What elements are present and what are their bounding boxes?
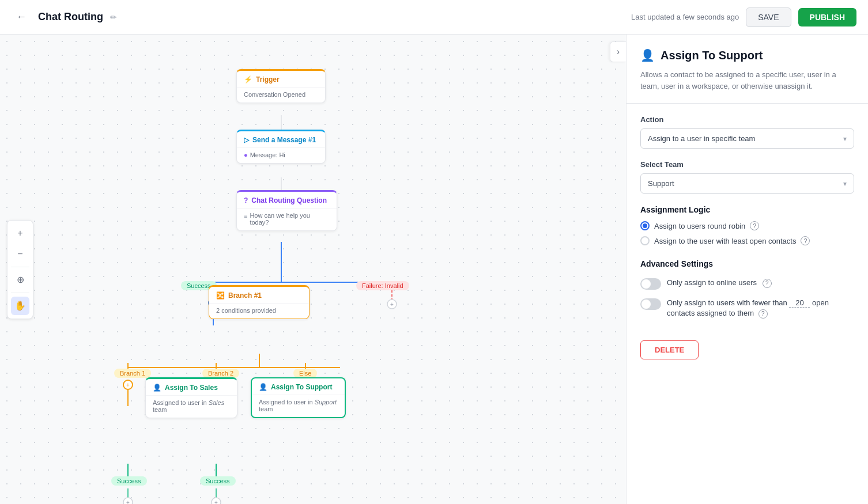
trigger-node-header: ⚡ Trigger	[237, 71, 325, 88]
action-select[interactable]: Assign to a user in specific team ▾	[640, 128, 854, 149]
failure-badge: Failure: Invalid	[356, 280, 409, 290]
assign-sales-icon: 👤	[153, 384, 161, 392]
toggle-online-users-label: Only assign to online users	[667, 278, 757, 287]
select-team-value: Support	[648, 179, 674, 188]
radio-row-least-open[interactable]: Assign to the user with least open conta…	[640, 236, 854, 245]
toggle2-help-icon[interactable]: ?	[758, 309, 768, 319]
message-node-header: ▷ Send a Message #1	[237, 131, 325, 148]
action-label: Action	[640, 115, 854, 124]
toggle1-help-icon[interactable]: ?	[763, 279, 772, 288]
toggle-online-users[interactable]	[640, 278, 661, 290]
select-team-select[interactable]: Support ▾	[640, 173, 854, 194]
svg-text:+: +	[126, 499, 130, 504]
assign-sales-label: Assign To Sales	[165, 384, 218, 392]
svg-point-34	[212, 498, 221, 504]
assign-sales-body: Assigned to user in Sales team	[146, 396, 237, 418]
trigger-node[interactable]: ⚡ Trigger Conversation Opened	[236, 69, 326, 103]
header-right: Last updated a few seconds ago SAVE PUBL…	[631, 7, 856, 27]
panel-icon: 👤	[640, 48, 655, 62]
toggle-fewer-contacts-thumb	[641, 300, 651, 309]
branch1-badge: Branch 1	[114, 367, 151, 378]
toggle-fewer-contacts[interactable]	[640, 298, 661, 310]
branch2-badge: Branch 2	[202, 367, 239, 378]
question-node-header: ? Chat Routing Question	[237, 192, 337, 209]
assign-sales-text: Assigned to user in Sales team	[153, 399, 224, 413]
svg-text:+: +	[214, 499, 218, 504]
zoom-out-button[interactable]: −	[11, 245, 29, 263]
right-panel: 👤 Assign To Support Allows a contact to …	[626, 35, 868, 504]
save-button[interactable]: SAVE	[746, 7, 791, 27]
radio-round-robin-label: Assign to users round robin	[654, 222, 745, 230]
assign-sales-header: 👤 Assign To Sales	[146, 379, 237, 396]
routing-question-node[interactable]: ? Chat Routing Question ≡ How can we hel…	[236, 190, 337, 231]
toggle-online-users-text: Only assign to online users ?	[667, 278, 772, 288]
branch-body: 2 conditions provided	[209, 304, 309, 319]
main-layout: + − ⊕ ✋ › + +	[0, 35, 868, 504]
branch-icon: 🔀	[216, 291, 225, 300]
zoom-in-button[interactable]: +	[11, 224, 29, 242]
radio2-help-icon[interactable]: ?	[801, 236, 810, 245]
select-team-label: Select Team	[640, 160, 854, 169]
select-team-arrow: ▾	[843, 180, 847, 188]
header: ← Chat Routing ✏ Last updated a few seco…	[0, 0, 868, 35]
toggle-fewer-contacts-text: Only assign to users with fewer than ope…	[667, 298, 854, 319]
toolbar-divider	[11, 267, 29, 267]
publish-button[interactable]: PUBLISH	[798, 8, 856, 26]
message-label: Send a Message #1	[252, 136, 316, 144]
message-text: Message: Hi	[250, 151, 285, 158]
action-value: Assign to a user in specific team	[648, 134, 755, 143]
assign-sales-node[interactable]: 👤 Assign To Sales Assigned to user in Sa…	[145, 377, 237, 418]
assignment-logic-title: Assignment Logic	[640, 205, 854, 214]
panel-title-row: 👤 Assign To Support	[640, 48, 854, 62]
action-select-arrow: ▾	[843, 135, 847, 143]
trigger-icon: ⚡	[244, 75, 252, 84]
success1-badge: Success	[111, 475, 147, 486]
radio-least-open-label: Assign to the user with least open conta…	[654, 237, 796, 245]
delete-button[interactable]: DELETE	[640, 340, 699, 359]
assign-support-label: Assign To Support	[271, 383, 332, 391]
branch-node-header: 🔀 Branch #1	[209, 287, 309, 304]
send-message-node[interactable]: ▷ Send a Message #1 ● Message: Hi	[236, 130, 326, 164]
message-body: ● Message: Hi	[237, 148, 325, 163]
canvas-toolbar: + − ⊕ ✋	[7, 220, 33, 319]
panel-divider	[627, 103, 868, 104]
header-left: ← Chat Routing ✏	[12, 9, 117, 25]
svg-point-31	[123, 498, 133, 504]
radio-round-robin[interactable]	[640, 221, 650, 230]
open-contacts-input[interactable]	[789, 298, 810, 308]
else-badge: Else	[293, 367, 317, 378]
svg-text:+: +	[126, 382, 130, 388]
toggle-fewer-contacts-row: Only assign to users with fewer than ope…	[640, 298, 854, 319]
message-icon-bubble: ●	[244, 151, 248, 158]
fit-button[interactable]: ⊕	[11, 271, 29, 289]
assign-support-header: 👤 Assign To Support	[252, 378, 345, 395]
edit-icon[interactable]: ✏	[110, 13, 117, 22]
radio-least-open[interactable]	[640, 236, 650, 245]
assign-support-body: Assigned to user in Support team	[252, 395, 345, 417]
back-button[interactable]: ←	[12, 9, 31, 25]
flow-canvas: + + + +	[35, 63, 553, 504]
question-body: ≡ How can we help you today?	[237, 209, 337, 230]
trigger-label: Trigger	[256, 75, 280, 84]
collapse-panel-button[interactable]: ›	[610, 41, 626, 62]
svg-point-12	[387, 300, 397, 309]
radio1-help-icon[interactable]: ?	[750, 221, 759, 230]
panel-description: Allows a contact to be assigned to a spe…	[640, 69, 854, 92]
radio-dot	[643, 223, 647, 228]
message-icon: ▷	[244, 136, 249, 144]
branch-node[interactable]: 🔀 Branch #1 2 conditions provided	[209, 285, 310, 319]
toggle-online-users-row: Only assign to online users ?	[640, 278, 854, 290]
canvas[interactable]: + − ⊕ ✋ › + +	[0, 35, 626, 504]
question-icon: ?	[244, 196, 248, 204]
panel-title: Assign To Support	[661, 49, 763, 62]
last-updated-text: Last updated a few seconds ago	[631, 13, 739, 21]
radio-row-round-robin[interactable]: Assign to users round robin ?	[640, 221, 854, 230]
hand-tool-button[interactable]: ✋	[11, 297, 29, 315]
assign-support-node[interactable]: 👤 Assign To Support Assigned to user in …	[251, 377, 346, 418]
question-label: Chat Routing Question	[251, 196, 327, 204]
toggle2-pre-text: Only assign to users with fewer than	[667, 298, 787, 307]
trigger-body: Conversation Opened	[237, 88, 325, 103]
success2-badge: Success	[200, 475, 236, 486]
assign-support-text: Assigned to user in Support team	[259, 399, 337, 412]
toggle-online-users-thumb	[641, 279, 651, 289]
